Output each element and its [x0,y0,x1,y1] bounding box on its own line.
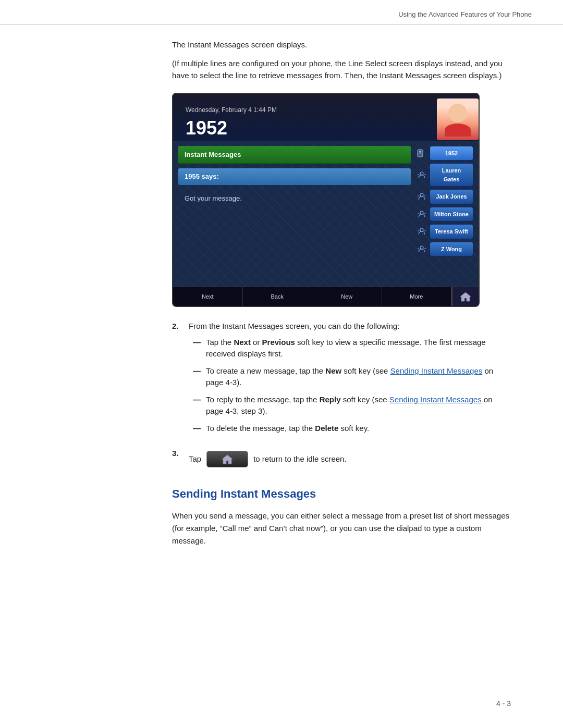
contact-btn-1[interactable]: Lauren Gates [430,163,473,187]
step2-item: 2. From the Instant Messages screen, you… [172,320,511,439]
bullet-dash-1: — [193,337,201,360]
svg-point-4 [420,211,423,214]
sidebar-contact: Z Wong [416,242,473,257]
bold-reply: Reply [320,395,341,404]
step3-item: 3. Tap to return to the idle screen. [172,448,511,471]
intro-line1: The Instant Messages screen displays. [172,39,511,51]
phone-sidebar: 1952 Lauren Gates [416,146,473,281]
phone-screen-mockup: Wednesday, February 4 1:44 PM 1952 Insta… [172,93,480,307]
bold-next: Next [234,338,251,347]
contact-btn-4[interactable]: Teresa Swift [430,224,473,239]
phone-icon-4 [416,227,427,236]
instant-messages-header: Instant Messages [178,146,411,165]
section-heading: Sending Instant Messages [172,485,511,502]
step3-content: Tap to return to the idle screen. [189,448,511,471]
avatar-head [448,104,467,122]
svg-point-1 [419,151,421,153]
header-title: Using the Advanced Features of Your Phon… [398,10,532,18]
link-sending-im-2[interactable]: Sending Instant Messages [389,395,482,404]
bullet-dash-4: — [193,423,201,435]
svg-marker-7 [460,292,471,301]
home-btn-inline[interactable] [206,451,248,467]
sidebar-contact: Lauren Gates [416,163,473,187]
step3-section: 3. Tap to return to the idle screen. [172,448,511,471]
tap-suffix: to return to the idle screen. [253,453,346,465]
section-body: When you send a message, you can either … [172,510,511,547]
phone-top-left: Wednesday, February 4 1:44 PM 1952 [173,98,437,141]
step2-bullets: — Tap the Next or Previous soft key to v… [189,337,511,435]
page-number: 4 - 3 [496,698,511,709]
svg-marker-8 [222,455,232,464]
svg-point-3 [420,193,423,196]
contact-btn-5[interactable]: Z Wong [430,242,473,257]
tap-prefix: Tap [189,453,201,465]
phone-icon-0 [416,149,427,158]
link-sending-im-1[interactable]: Sending Instant Messages [390,366,483,375]
step2-content: From the Instant Messages screen, you ca… [189,320,511,439]
softkey-back[interactable]: Back [243,287,313,306]
bullet-text-3: To reply to the message, tap the Reply s… [206,394,511,417]
bullet-item-4: — To delete the message, tap the Delete … [189,423,511,435]
step2-section: 2. From the Instant Messages screen, you… [172,320,511,439]
avatar-body [445,124,471,137]
soft-key-bar: Next Back New More [173,287,479,306]
bold-previous: Previous [262,338,295,347]
page-header: Using the Advanced Features of Your Phon… [0,0,563,24]
avatar-face [437,98,479,140]
phone-icon-3 [416,209,427,219]
phone-datetime: Wednesday, February 4 1:44 PM [179,102,431,118]
phone-top-bar: Wednesday, February 4 1:44 PM 1952 [173,94,479,141]
bullet-dash-2: — [193,365,201,389]
bullet-text-4: To delete the message, tap the Delete so… [206,423,511,435]
sidebar-contact: Teresa Swift [416,224,473,239]
bullet-item-3: — To reply to the message, tap the Reply… [189,394,511,417]
softkey-new[interactable]: New [312,287,382,306]
phone-body: Instant Messages 1955 says: Got your mes… [173,141,479,287]
sidebar-contact: Jack Jones [416,189,473,204]
contact-btn-3[interactable]: Milton Stone [430,207,473,222]
contact-btn-2[interactable]: Jack Jones [430,189,473,204]
intro-line2: (If multiple lines are configured on you… [172,58,511,81]
step3-number: 3. [172,448,182,460]
bullet-text-1: Tap the Next or Previous soft key to vie… [206,337,511,360]
bold-new: New [325,366,341,375]
phone-extension: 1952 [179,118,431,139]
tap-row: Tap to return to the idle screen. [189,451,511,467]
phone-main-content: Instant Messages 1955 says: Got your mes… [178,146,411,281]
sidebar-contact: Milton Stone [416,207,473,222]
bold-delete: Delete [315,424,338,433]
bullet-item-1: — Tap the Next or Previous soft key to v… [189,337,511,360]
home-key[interactable] [451,287,479,306]
bullet-item-2: — To create a new message, tap the New s… [189,365,511,389]
step2-number: 2. [172,320,182,332]
svg-point-2 [420,172,423,175]
phone-icon-2 [416,192,427,201]
phone-icon-5 [416,244,427,254]
step2-intro: From the Instant Messages screen, you ca… [189,322,399,330]
softkey-more[interactable]: More [382,287,452,306]
sidebar-contact: 1952 [416,146,473,161]
message-from: 1955 says: [178,168,411,185]
softkey-next[interactable]: Next [173,287,243,306]
svg-point-6 [420,246,423,249]
phone-avatar [437,98,479,140]
message-body: Got your message. [178,189,411,208]
phone-icon-1 [416,170,427,180]
bullet-dash-3: — [193,394,201,417]
bullet-text-2: To create a new message, tap the New sof… [206,365,511,389]
svg-point-5 [420,228,423,231]
contact-btn-0[interactable]: 1952 [430,146,473,161]
